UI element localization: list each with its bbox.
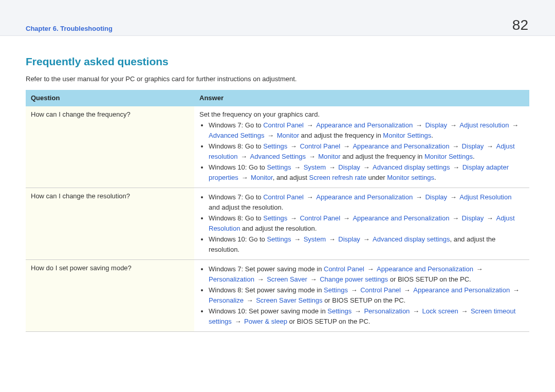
question-cell: How can I change the frequency?: [26, 106, 194, 188]
arrow-icon: →: [485, 214, 495, 222]
arrow-icon: →: [414, 193, 424, 201]
section-intro: Refer to the user manual for your PC or …: [26, 75, 529, 83]
header-band: Chapter 6. Troubleshooting 82: [0, 0, 555, 36]
answer-cell: Windows 7: Go to Control Panel → Appeara…: [194, 188, 529, 260]
faq-table: Question Answer How can I change the fre…: [26, 90, 529, 332]
question-cell: How can I change the resolution?: [26, 188, 194, 260]
list-item: Windows 8: Go to Settings → Control Pane…: [209, 213, 524, 233]
arrow-icon: →: [341, 142, 351, 150]
nav-step: Advanced display settings: [373, 235, 450, 243]
arrow-icon: →: [448, 193, 458, 201]
nav-step: Screen Saver: [267, 275, 307, 283]
list-item: Windows 8: Go to Settings → Control Pane…: [209, 141, 524, 161]
question-cell: How do I set power saving mode?: [26, 260, 194, 332]
list-item: Windows 7: Go to Control Panel → Appeara…: [209, 192, 524, 212]
nav-step: Settings: [267, 163, 291, 171]
arrow-icon: →: [239, 174, 250, 181]
list-item: Windows 10: Go to Settings → System → Di…: [209, 234, 524, 254]
nav-step: Control Panel: [360, 286, 401, 294]
content-area: Frequently asked questions Refer to the …: [0, 36, 555, 332]
list-item: Windows 7: Set power saving mode in Cont…: [209, 264, 524, 284]
chapter-label: Chapter 6. Troubleshooting: [26, 25, 113, 35]
arrow-icon: →: [474, 265, 483, 273]
answer-list: Windows 7: Set power saving mode in Cont…: [199, 264, 524, 326]
arrow-icon: →: [288, 142, 299, 150]
table-row: How can I change the resolution?Windows …: [26, 188, 529, 260]
arrow-icon: →: [353, 307, 363, 315]
arrow-icon: →: [450, 214, 460, 222]
arrow-icon: →: [451, 163, 461, 171]
nav-step: Settings: [267, 235, 291, 243]
arrow-icon: →: [245, 296, 255, 304]
nav-step: Lock screen: [422, 307, 458, 315]
arrow-icon: →: [307, 153, 317, 160]
arrow-icon: →: [402, 286, 412, 294]
nav-step: Display: [462, 214, 484, 222]
arrow-icon: →: [459, 307, 470, 315]
arrow-icon: →: [288, 214, 299, 222]
nav-step: Settings: [327, 307, 351, 315]
nav-step: Display: [462, 142, 484, 150]
answer-lead: Set the frequency on your graphics card.: [199, 109, 524, 120]
nav-step: Power & sleep: [244, 318, 287, 325]
nav-step: Appearance and Personalization: [316, 121, 413, 129]
arrow-icon: →: [265, 132, 275, 139]
arrow-icon: →: [238, 153, 249, 160]
nav-step: Monitor: [318, 153, 340, 160]
nav-step: System: [304, 163, 326, 171]
arrow-icon: →: [450, 142, 460, 150]
nav-step: Appearance and Personalization: [377, 265, 473, 273]
nav-step: Appearance and Personalization: [413, 286, 510, 294]
arrow-icon: →: [305, 193, 315, 201]
nav-step: Settings: [263, 214, 287, 222]
arrow-icon: →: [327, 163, 337, 171]
answer-list: Windows 7: Go to Control Panel → Appeara…: [199, 192, 524, 254]
arrow-icon: →: [361, 235, 372, 243]
col-header-question: Question: [26, 90, 194, 106]
answer-cell: Set the frequency on your graphics card.…: [194, 106, 529, 188]
nav-step: Monitor: [251, 174, 273, 181]
nav-step: Monitor Settings: [383, 132, 431, 139]
arrow-icon: →: [485, 142, 495, 150]
table-row: How do I set power saving mode?Windows 7…: [26, 260, 529, 332]
arrow-icon: →: [255, 275, 266, 283]
arrow-icon: →: [341, 214, 351, 222]
nav-step: Display: [425, 121, 447, 129]
nav-step: Appearance and Personalization: [353, 214, 449, 222]
list-item: Windows 7: Go to Control Panel → Appeara…: [209, 120, 524, 140]
nav-step: Adjust resolution: [459, 121, 509, 129]
nav-step: Advanced Settings: [250, 153, 306, 160]
arrow-icon: →: [292, 235, 302, 243]
nav-step: Control Panel: [263, 193, 304, 201]
arrow-icon: →: [365, 265, 376, 273]
arrow-icon: →: [511, 286, 520, 294]
list-item: Windows 10: Set power saving mode in Set…: [209, 306, 524, 326]
arrow-icon: →: [349, 286, 359, 294]
page-number: 82: [512, 17, 529, 35]
nav-step: Display: [425, 193, 447, 201]
nav-step: Appearance and Personalization: [353, 142, 449, 150]
nav-step: Advanced Settings: [209, 132, 264, 139]
arrow-icon: →: [510, 121, 519, 129]
arrow-icon: →: [292, 163, 302, 171]
nav-step: Settings: [263, 142, 287, 150]
nav-step: Adjust Resolution: [459, 193, 511, 201]
arrow-icon: →: [233, 318, 243, 325]
nav-step: Advanced display settings: [373, 163, 450, 171]
answer-cell: Windows 7: Set power saving mode in Cont…: [194, 260, 529, 332]
list-item: Windows 8: Set power saving mode in Sett…: [209, 285, 524, 305]
nav-step: Personalization: [364, 307, 410, 315]
arrow-icon: →: [327, 235, 337, 243]
arrow-icon: →: [305, 121, 315, 129]
nav-step: Change power settings: [320, 275, 388, 283]
nav-step: Screen refresh rate: [309, 174, 366, 181]
list-item: Windows 10: Go to Settings → System → Di…: [209, 162, 524, 182]
nav-step: Monitor Settings: [424, 153, 473, 160]
arrow-icon: →: [414, 121, 424, 129]
nav-step: Control Panel: [300, 214, 340, 222]
nav-step: Personalization: [209, 275, 254, 283]
col-header-answer: Answer: [194, 90, 529, 106]
nav-step: System: [304, 235, 326, 243]
nav-step: Control Panel: [300, 142, 340, 150]
answer-list: Windows 7: Go to Control Panel → Appeara…: [199, 120, 524, 182]
